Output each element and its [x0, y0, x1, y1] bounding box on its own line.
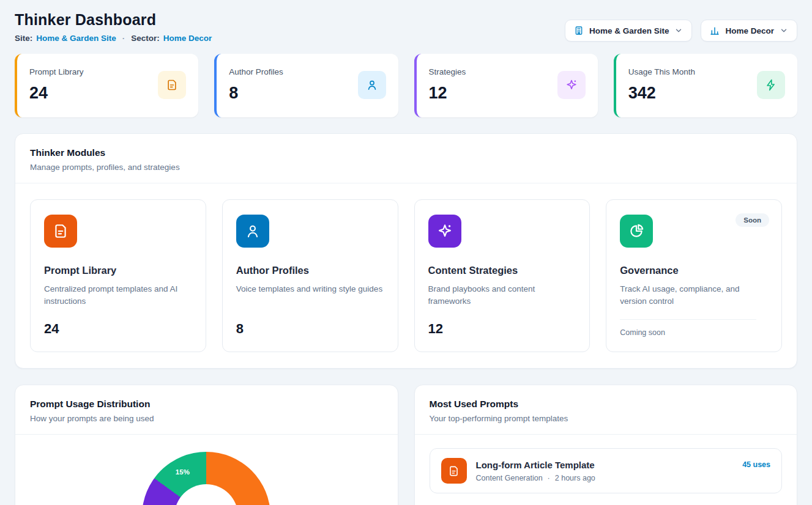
- module-title: Author Profiles: [236, 265, 384, 276]
- prompt-item-text: Long-form Article Template Content Gener…: [476, 460, 734, 482]
- sector-dropdown[interactable]: Home Decor: [701, 20, 797, 42]
- module-card-governance[interactable]: Soon Governance Track AI usage, complian…: [606, 199, 782, 352]
- module-value: 8: [236, 311, 384, 337]
- stat-card-usage[interactable]: Usage This Month 342: [614, 54, 797, 117]
- breadcrumb: Site: Home & Garden Site · Sector: Home …: [15, 34, 212, 43]
- stat-value: 24: [29, 84, 84, 103]
- stat-text: Prompt Library 24: [29, 67, 84, 103]
- site-label: Site:: [15, 34, 32, 43]
- prompt-item-uses: 45 uses: [742, 460, 770, 469]
- header-left: Thinker Dashboard Site: Home & Garden Si…: [15, 11, 212, 43]
- donut-slice-label: 15%: [176, 468, 190, 476]
- lightning-icon: [757, 71, 785, 99]
- sector-dropdown-label: Home Decor: [725, 26, 774, 35]
- stat-label: Usage This Month: [628, 67, 695, 76]
- module-value: 12: [428, 311, 576, 337]
- chevron-down-icon: [674, 26, 683, 35]
- soon-badge: Soon: [736, 213, 769, 227]
- modules-header: Thinker Modules Manage prompts, profiles…: [15, 134, 797, 183]
- document-icon: [158, 71, 186, 99]
- page-header: Thinker Dashboard Site: Home & Garden Si…: [15, 11, 797, 43]
- stat-value: 342: [628, 84, 695, 103]
- prompt-item-meta: Content Generation · 2 hours ago: [476, 474, 734, 482]
- prompt-item-title: Long-form Article Template: [476, 460, 734, 470]
- stat-value: 12: [429, 84, 466, 103]
- sector-link[interactable]: Home Decor: [163, 34, 212, 43]
- usage-title: Prompt Usage Distribution: [30, 399, 383, 410]
- module-description: Brand playbooks and content frameworks: [428, 283, 576, 308]
- module-value: 24: [44, 311, 192, 337]
- site-dropdown-label: Home & Garden Site: [589, 26, 669, 35]
- modules-body: Prompt Library Centralized prompt templa…: [15, 183, 797, 368]
- stat-text: Author Profiles 8: [229, 67, 283, 103]
- stat-text: Strategies 12: [429, 67, 466, 103]
- separator-dot: ·: [122, 34, 125, 43]
- usage-donut-wrap: 15%: [142, 452, 270, 505]
- usage-distribution-panel: Prompt Usage Distribution How your promp…: [15, 385, 398, 505]
- pie-chart-icon: [620, 215, 653, 248]
- sparkle-star-icon: [557, 71, 586, 99]
- stat-text: Usage This Month 342: [628, 67, 695, 103]
- header-controls: Home & Garden Site Home Decor: [565, 20, 797, 42]
- prompt-item-time: 2 hours ago: [555, 474, 595, 482]
- stats-row: Prompt Library 24 Author Profiles 8 Stra…: [15, 54, 797, 117]
- prompt-list-item[interactable]: Long-form Article Template Content Gener…: [430, 448, 783, 493]
- site-dropdown[interactable]: Home & Garden Site: [565, 20, 693, 42]
- document-icon: [44, 215, 77, 248]
- module-title: Governance: [620, 265, 768, 276]
- chevron-down-icon: [780, 26, 788, 35]
- stat-label: Prompt Library: [29, 67, 84, 76]
- site-link[interactable]: Home & Garden Site: [36, 34, 116, 43]
- stat-card-author-profiles[interactable]: Author Profiles 8: [214, 54, 398, 117]
- coming-soon-text: Coming soon: [620, 319, 756, 337]
- prompt-item-category: Content Generation: [476, 474, 543, 482]
- sector-label: Sector:: [131, 34, 160, 43]
- usage-chart-body: 15%: [15, 452, 398, 505]
- most-used-prompts-panel: Most Used Prompts Your top-performing pr…: [414, 385, 798, 505]
- module-card-content-strategies[interactable]: Content Strategies Brand playbooks and c…: [414, 199, 590, 352]
- module-title: Content Strategies: [428, 265, 576, 276]
- stat-card-strategies[interactable]: Strategies 12: [414, 54, 598, 117]
- module-description: Voice templates and writing style guides: [236, 283, 384, 295]
- module-card-prompt-library[interactable]: Prompt Library Centralized prompt templa…: [30, 199, 206, 352]
- modules-subtitle: Manage prompts, profiles, and strategies: [30, 163, 782, 172]
- stat-label: Strategies: [429, 67, 466, 76]
- thinker-modules-panel: Thinker Modules Manage prompts, profiles…: [15, 133, 797, 369]
- module-description: Track AI usage, compliance, and version …: [620, 283, 768, 308]
- stat-card-prompt-library[interactable]: Prompt Library 24: [15, 54, 198, 117]
- building-icon: [574, 26, 584, 35]
- most-used-title: Most Used Prompts: [430, 399, 783, 410]
- module-description: Centralized prompt templates and AI inst…: [44, 283, 192, 308]
- module-title: Prompt Library: [44, 265, 192, 276]
- usage-header: Prompt Usage Distribution How your promp…: [15, 385, 398, 434]
- sparkle-star-icon: [428, 215, 461, 248]
- module-card-author-profiles[interactable]: Author Profiles Voice templates and writ…: [222, 199, 398, 352]
- bottom-row: Prompt Usage Distribution How your promp…: [15, 385, 797, 505]
- most-used-subtitle: Your top-performing prompt templates: [430, 414, 783, 423]
- prompts-list: Long-form Article Template Content Gener…: [415, 435, 797, 505]
- divider: [15, 434, 398, 435]
- modules-title: Thinker Modules: [30, 147, 782, 158]
- usage-subtitle: How your prompts are being used: [30, 414, 383, 423]
- modules-grid: Prompt Library Centralized prompt templa…: [30, 199, 782, 352]
- person-icon: [236, 215, 269, 248]
- most-used-header: Most Used Prompts Your top-performing pr…: [415, 385, 797, 434]
- person-icon: [358, 71, 386, 99]
- dashboard-page: Thinker Dashboard Site: Home & Garden Si…: [0, 0, 812, 505]
- document-icon: [441, 458, 467, 484]
- stat-value: 8: [229, 84, 283, 103]
- bar-chart-icon: [710, 26, 720, 35]
- page-title: Thinker Dashboard: [15, 11, 212, 29]
- stat-label: Author Profiles: [229, 67, 283, 76]
- separator-dot: ·: [548, 474, 550, 482]
